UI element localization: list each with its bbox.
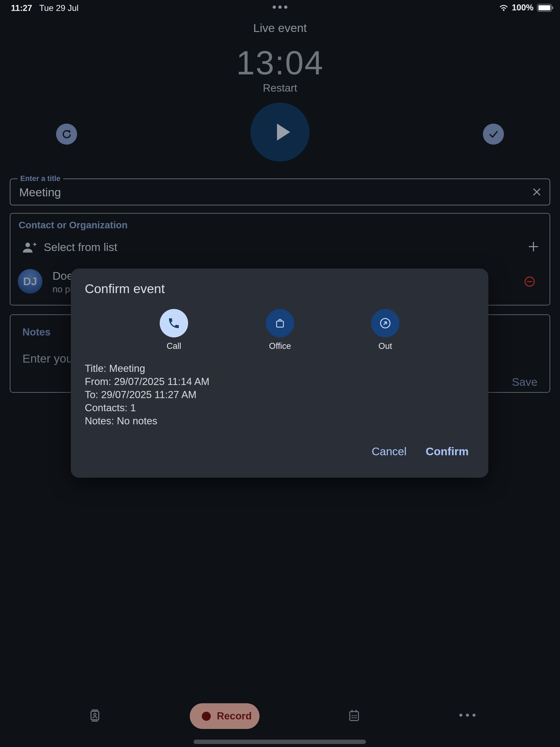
- category-out-circle[interactable]: [371, 309, 400, 337]
- status-bar-right: 100%: [499, 3, 552, 12]
- category-office-circle[interactable]: [266, 309, 294, 337]
- minus-circle-icon[interactable]: [524, 276, 535, 287]
- dot: [278, 5, 282, 9]
- refresh-icon: [61, 128, 73, 140]
- summary-contacts: Contacts: 1: [85, 402, 209, 414]
- battery-percent: 100%: [512, 3, 533, 12]
- summary-to: To: 29/07/2025 11:27 AM: [85, 388, 209, 402]
- save-button[interactable]: Save: [512, 376, 537, 389]
- avatar: DJ: [18, 269, 42, 294]
- plus-icon[interactable]: [527, 240, 540, 254]
- record-button[interactable]: Record: [190, 703, 259, 729]
- confirm-button[interactable]: Confirm: [425, 443, 469, 460]
- category-office-button[interactable]: Office: [255, 309, 305, 351]
- category-office-label: Office: [269, 341, 291, 351]
- summary-from: From: 29/07/2025 11:14 AM: [85, 375, 209, 388]
- play-button[interactable]: [251, 103, 309, 162]
- phone-icon: [167, 317, 180, 330]
- summary-notes: Notes: No notes: [85, 414, 209, 428]
- category-out-button[interactable]: Out: [361, 309, 410, 351]
- person-add-icon: [21, 240, 36, 255]
- page-title: Live event: [0, 21, 560, 35]
- wifi-icon: [499, 4, 508, 11]
- contacts-book-icon[interactable]: [88, 709, 102, 722]
- notes-heading: Notes: [22, 327, 51, 338]
- confirm-event-dialog: Confirm event Call Offic: [71, 268, 488, 478]
- dot: [466, 714, 469, 717]
- restart-label: Restart: [0, 82, 560, 94]
- select-from-list[interactable]: Select from list: [44, 241, 117, 254]
- summary-title: Title: Meeting: [85, 362, 209, 375]
- close-icon[interactable]: [531, 186, 543, 198]
- play-icon: [269, 119, 295, 145]
- dot: [459, 714, 462, 717]
- category-call-circle[interactable]: [160, 309, 188, 337]
- title-field: Enter a title: [10, 179, 550, 205]
- dialog-title: Confirm event: [85, 281, 165, 296]
- dot: [273, 5, 276, 9]
- title-input[interactable]: [19, 179, 517, 205]
- dot: [473, 714, 476, 717]
- dot: [284, 5, 287, 9]
- check-icon: [487, 128, 500, 140]
- status-ellipsis-icon: [0, 5, 560, 9]
- battery-fill: [538, 5, 551, 10]
- battery-icon: [537, 4, 552, 12]
- contact-section-heading: Contact or Organization: [19, 220, 128, 231]
- category-call-label: Call: [167, 341, 181, 351]
- dialog-actions: Cancel Confirm: [371, 443, 469, 460]
- record-dot-icon: [202, 712, 211, 721]
- finish-button[interactable]: [483, 124, 504, 145]
- home-indicator[interactable]: [194, 740, 366, 744]
- contact-name: Doe: [52, 269, 73, 282]
- more-dots-icon[interactable]: [459, 714, 476, 717]
- arrow-out-icon: [378, 316, 392, 330]
- timer-display: 13:04: [0, 44, 560, 82]
- event-summary: Title: Meeting From: 29/07/2025 11:14 AM…: [85, 362, 209, 428]
- battery-nub: [552, 6, 553, 9]
- record-label: Record: [217, 711, 252, 722]
- restart-button[interactable]: [56, 124, 77, 145]
- calendar-icon[interactable]: [347, 709, 361, 722]
- briefcase-icon: [274, 317, 286, 330]
- app-root: 11:27 Tue 29 Jul 100% Live event 13:04 R…: [0, 0, 560, 747]
- category-call-button[interactable]: Call: [149, 309, 199, 351]
- cancel-button[interactable]: Cancel: [371, 443, 407, 460]
- category-out-label: Out: [378, 341, 392, 351]
- avatar-initials: DJ: [23, 275, 37, 288]
